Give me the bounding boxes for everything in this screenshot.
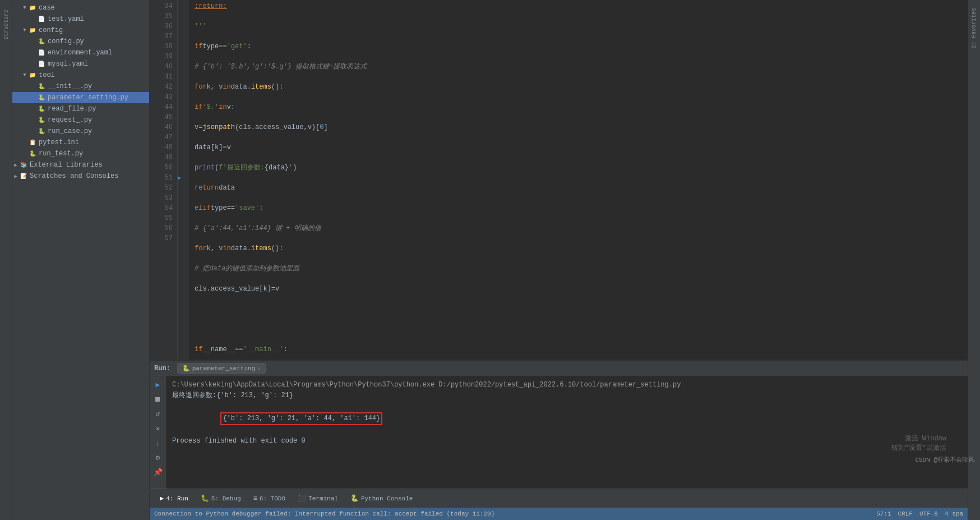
gutter-line	[178, 183, 189, 193]
taskbar-run-btn[interactable]: ▶ 4: Run	[155, 493, 193, 504]
run-icon: ▶	[160, 494, 164, 503]
left-toolbar: Structure	[0, 0, 12, 520]
sidebar-item-label: environment.yaml	[48, 49, 149, 57]
gutter-run-line[interactable]: ▶	[178, 173, 189, 183]
sidebar-item-run-test[interactable]: 🐍 run_test.py	[12, 148, 149, 159]
code-line-47: # 把data的键值添加到参数池里面	[195, 264, 968, 274]
gutter-line	[178, 112, 189, 122]
py-icon: 🐍	[37, 82, 46, 91]
code-line-41: data[k] = v	[195, 142, 968, 153]
sidebar-item-env-yaml[interactable]: 📄 environment.yaml	[12, 47, 149, 58]
run-stop-btn[interactable]: ⏹	[152, 393, 164, 406]
run-scroll-down-btn[interactable]: ↓	[152, 437, 164, 449]
code-line-40: v = jsonpath(cls.access_value, v)[0]	[195, 122, 968, 132]
gutter-line	[178, 233, 189, 243]
cmd-output-line: C:\Users\keking\AppData\Local\Programs\P…	[172, 380, 962, 390]
run-rerun-btn[interactable]: ↺	[152, 408, 164, 420]
py-icon: 🐍	[37, 127, 46, 136]
code-line-36: if type == 'get':	[195, 42, 968, 52]
sidebar-item-label: mysql.yaml	[48, 60, 149, 68]
run-tab-parameter-setting[interactable]: 🐍 parameter_setting ✕	[177, 363, 266, 374]
gutter-line	[178, 21, 189, 31]
code-line-49	[195, 304, 968, 314]
python-console-icon: 🐍	[350, 494, 359, 503]
gutter-line	[178, 1, 189, 11]
code-line-42: print(f'最近回参数:{data}')	[195, 163, 968, 173]
code-line-37: # {'b': '$.b','g':'$.g'} 提取格式键+提取表达式	[195, 62, 968, 72]
sidebar-item-label: Scratches and Consoles	[30, 172, 149, 180]
sidebar-item-label: parameter_setting.py	[48, 94, 149, 102]
line-numbers: 34 35 36 37 38 39 40 41 42 43 44 45 46 4…	[150, 0, 178, 360]
status-right: 57:1 CRLF UTF-8 4 spa	[876, 510, 963, 517]
run-play-btn[interactable]: ▶	[152, 379, 164, 391]
favorites-label[interactable]: 2: Favorites	[971, 8, 977, 48]
sidebar-item-test-yaml[interactable]: 📄 test.yaml	[12, 13, 149, 25]
gutter-line	[178, 102, 189, 112]
arrow-icon: ▼	[21, 27, 28, 33]
sidebar-item-label: read_file.py	[48, 105, 149, 113]
code-line-48: cls.access_value[k] = v	[195, 284, 968, 294]
taskbar-debug-btn[interactable]: 🐛 5: Debug	[196, 493, 246, 504]
output-line-1: 最终返回参数:{'b': 213, 'g': 21}	[172, 390, 962, 401]
code-line-51: if __name__ == '__main__':	[195, 344, 968, 355]
taskbar-terminal-btn[interactable]: ⬛ Terminal	[293, 493, 343, 504]
ini-icon: 📋	[28, 138, 37, 147]
taskbar: ▶ 4: Run 🐛 5: Debug ≡ 6: TODO ⬛ Terminal…	[150, 489, 968, 508]
gutter-line	[178, 142, 189, 153]
run-settings-btn[interactable]: ⚙	[152, 452, 164, 464]
code-editor[interactable]: :return: ''' if type == 'get': # {'b': '…	[189, 0, 968, 360]
sidebar-item-label: case	[39, 4, 149, 12]
sidebar-item-request[interactable]: 🐍 request_.py	[12, 114, 149, 126]
exit-output-line: Process finished with exit code 0	[172, 436, 962, 447]
run-close-btn[interactable]: ✕	[152, 422, 164, 435]
folder-icon: 📁	[28, 26, 37, 35]
gutter-line	[178, 52, 189, 62]
gutter-line	[178, 82, 189, 92]
sidebar-item-parameter-setting[interactable]: 🐍 parameter_setting.py	[12, 92, 149, 103]
structure-btn[interactable]: Structure	[1, 19, 12, 30]
yaml-icon: 📄	[37, 59, 46, 68]
sidebar-item-label: test.yaml	[48, 15, 149, 23]
status-position: 57:1	[876, 510, 891, 517]
status-bar: Connection to Python debugger failed: In…	[150, 508, 968, 520]
code-line-35: '''	[195, 21, 968, 31]
todo-btn-label: 6: TODO	[260, 495, 285, 502]
folder-icon: 📁	[28, 3, 37, 12]
sidebar-item-label: External Libraries	[30, 161, 149, 169]
gutter-line	[178, 62, 189, 72]
sidebar-item-init-py[interactable]: 🐍 __init__.py	[12, 81, 149, 92]
run-pin-btn[interactable]: 📌	[152, 466, 164, 478]
arrow-icon: ▼	[21, 72, 28, 78]
sidebar-item-case[interactable]: ▼ 📁 case	[12, 2, 149, 13]
run-label: Run:	[154, 365, 170, 372]
sidebar-item-config-py[interactable]: 🐍 config.py	[12, 36, 149, 47]
sidebar-item-read-file[interactable]: 🐍 read_file.py	[12, 103, 149, 114]
bottom-panel: Run: 🐍 parameter_setting ✕ ▶ ⏹ ↺ ✕ ↓ ⚙ 📌	[150, 360, 968, 489]
taskbar-todo-btn[interactable]: ≡ 6: TODO	[249, 493, 290, 504]
sidebar-item-run-case[interactable]: 🐍 run_case.py	[12, 126, 149, 137]
terminal-btn-label: Terminal	[308, 495, 338, 502]
arrow-icon: ▶	[12, 173, 19, 180]
sidebar-item-config[interactable]: ▼ 📁 config	[12, 25, 149, 36]
sidebar-item-scratches[interactable]: ▶ 📝 Scratches and Consoles	[12, 171, 149, 182]
sidebar-item-pytest-ini[interactable]: 📋 pytest.ini	[12, 137, 149, 148]
sidebar-item-external-libs[interactable]: ▶ 📚 External Libraries	[12, 159, 149, 171]
sidebar-item-mysql-yaml[interactable]: 📄 mysql.yaml	[12, 58, 149, 70]
gutter-line	[178, 193, 189, 203]
todo-icon: ≡	[253, 495, 257, 503]
sidebar-item-label: run_case.py	[48, 127, 149, 135]
run-tabs-header: Run: 🐍 parameter_setting ✕	[150, 361, 968, 376]
scratches-icon: 📝	[19, 172, 28, 181]
gutter-line	[178, 132, 189, 142]
sidebar-item-label: run_test.py	[39, 150, 149, 158]
sidebar-item-label: config.py	[48, 38, 149, 45]
py-icon: 🐍	[28, 149, 37, 158]
arrow-icon: ▼	[21, 5, 28, 11]
taskbar-python-console-btn[interactable]: 🐍 Python Console	[346, 493, 417, 504]
close-tab-icon[interactable]: ✕	[257, 365, 261, 372]
gutter-line	[178, 11, 189, 21]
sidebar-item-tool[interactable]: ▼ 📁 tool	[12, 70, 149, 81]
status-crlf: CRLF	[898, 510, 913, 517]
lib-icon: 📚	[19, 160, 28, 169]
run-tab-name: parameter_setting	[192, 365, 255, 372]
